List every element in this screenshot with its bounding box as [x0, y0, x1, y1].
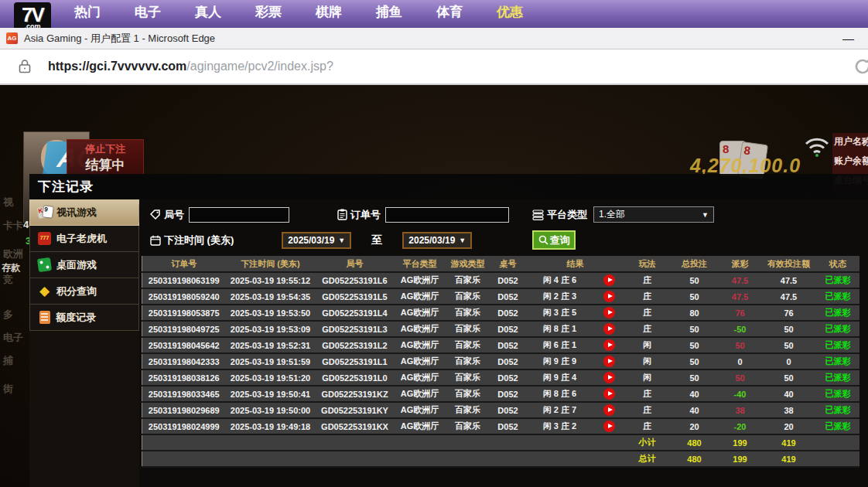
nav-item[interactable]: 棋牌 — [316, 3, 342, 21]
modal-title: 下注记录 — [29, 174, 868, 199]
minimize-button[interactable]: — — [842, 32, 854, 45]
column-header: 派彩 — [719, 256, 761, 272]
sidebar-item-document[interactable]: 额度记录 — [29, 305, 139, 331]
ag-favicon: AG — [6, 32, 18, 44]
cell-game: GD052253191L1 — [316, 353, 395, 370]
cell-valid-bet: 50 — [761, 321, 817, 337]
records-table-wrap: 订单号下注时间 (美东)局号平台类型游戏类型桌号结果玩法总投注派彩有效投注额状态… — [142, 256, 859, 468]
play-video-button[interactable] — [603, 339, 615, 351]
cell-order: 250319198024999 — [142, 418, 226, 434]
cell-play-btn — [594, 353, 625, 370]
table-row: 2503191980296892025-03-19 19:50:00GD0522… — [142, 402, 859, 418]
subtotal-label: 小计 — [625, 434, 670, 451]
nav-item[interactable]: 彩票 — [255, 3, 282, 21]
cell-play-method: 庄 — [625, 321, 670, 337]
subtotal-total-bet: 480 — [670, 434, 719, 451]
nav-item[interactable]: 优惠 — [497, 3, 523, 21]
play-video-button[interactable] — [603, 404, 615, 416]
cell-table-no: D052 — [490, 337, 526, 353]
play-video-button[interactable] — [603, 323, 615, 335]
cell-result: 闲 2 庄 7 — [526, 402, 594, 418]
filter-row-2: 下注时间 (美东) 2025/03/19 ▼ 至 2025/03/19 ▼ — [150, 230, 576, 250]
nav-item[interactable]: 电子 — [135, 3, 161, 21]
sidebar-item-diamond[interactable]: ◆积分查询 — [29, 278, 139, 305]
play-video-button[interactable] — [603, 421, 615, 432]
bet-records-modal: 下注记录 视讯游戏电子老虎机桌面游戏◆积分查询额度记录 局号 订单号 — [29, 174, 868, 487]
cell-game-type: 百家乐 — [446, 418, 490, 434]
cell-game: GD052253191KZ — [316, 386, 395, 402]
cell-time: 2025-03-19 19:53:50 — [226, 305, 316, 321]
cell-result: 闲 2 庄 3 — [526, 288, 594, 305]
play-video-button[interactable] — [603, 388, 615, 400]
game-no-input[interactable] — [189, 207, 289, 223]
play-video-button[interactable] — [603, 372, 615, 383]
bg-menu-item: 卡卡 — [3, 219, 23, 233]
sidebar-item-dice[interactable]: 桌面游戏 — [29, 252, 139, 278]
cell-total-bet: 40 — [670, 386, 719, 402]
cell-blank — [142, 451, 625, 467]
column-header: 局号 — [316, 256, 395, 272]
play-video-button[interactable] — [603, 307, 615, 318]
nav-item[interactable]: 捕鱼 — [376, 3, 402, 21]
nav-item[interactable]: 热门 — [74, 3, 101, 21]
date-from-picker[interactable]: 2025/03/19 ▼ — [282, 232, 351, 249]
window-title: Asia Gaming - 用户配置 1 - Microsoft Edge — [24, 32, 215, 46]
nav-item[interactable]: 体育 — [436, 3, 463, 21]
order-no-input[interactable] — [385, 207, 509, 223]
bg-menu-item: 多 — [3, 308, 13, 322]
cell-payout: -20 — [719, 418, 761, 434]
sidebar-item-slot[interactable]: 电子老虎机 — [29, 226, 139, 252]
cell-status: 已派彩 — [817, 305, 859, 321]
cell-time: 2025-03-19 19:51:59 — [226, 353, 316, 370]
cell-valid-bet: 50 — [761, 370, 817, 386]
cell-table-no: D052 — [490, 418, 526, 434]
refresh-icon[interactable] — [853, 56, 868, 77]
order-no-label: 订单号 — [350, 208, 381, 222]
play-video-button[interactable] — [603, 274, 615, 286]
bg-menu-item: 欧洲 — [3, 247, 23, 261]
lock-icon — [19, 60, 31, 73]
nav-item[interactable]: 真人 — [195, 3, 221, 21]
cell-table-no: D052 — [490, 386, 526, 402]
cell-time: 2025-03-19 19:49:18 — [226, 418, 316, 434]
session-info-label: 用户名称: — [834, 135, 868, 148]
platform-label-wrap: 平台类型 — [532, 208, 587, 222]
table-row: 2503191980538752025-03-19 19:53:50GD0522… — [142, 305, 859, 321]
cell-play-btn — [594, 272, 625, 288]
platform-select[interactable]: 1.全部 ▼ — [593, 206, 714, 223]
modal-sidebar: 视讯游戏电子老虎机桌面游戏◆积分查询额度记录 — [29, 199, 139, 487]
date-to-picker[interactable]: 2025/03/19 ▼ — [402, 232, 472, 249]
url-text[interactable]: https://gci.7vvvvvv.com/agingame/pcv2/in… — [48, 60, 333, 73]
search-button[interactable]: 查询 — [532, 230, 576, 250]
dice-icon — [37, 257, 52, 272]
column-header: 总投注 — [670, 256, 719, 272]
sidebar-item-cards[interactable]: 视讯游戏 — [29, 199, 139, 226]
url-path: /agingame/pcv2/index.jsp? — [186, 60, 333, 73]
play-video-button[interactable] — [603, 356, 615, 367]
cell-table-no: D052 — [490, 305, 526, 321]
table-row: 2503191980456422025-03-19 19:52:31GD0522… — [142, 337, 859, 353]
cell-total-bet: 50 — [670, 353, 719, 370]
table-row: 2503191980631992025-03-19 19:55:12GD0522… — [142, 272, 859, 288]
cell-game-type: 百家乐 — [446, 321, 490, 337]
table-header: 订单号下注时间 (美东)局号平台类型游戏类型桌号结果玩法总投注派彩有效投注额状态 — [142, 256, 859, 272]
cell-status: 已派彩 — [817, 353, 859, 370]
cell-platform: AG欧洲厅 — [395, 353, 446, 370]
cell-order: 250319198063199 — [142, 272, 226, 288]
cell-play-method: 闲 — [625, 370, 670, 386]
cell-valid-bet: 38 — [761, 402, 817, 418]
cell-platform: AG欧洲厅 — [395, 418, 446, 434]
cell-time: 2025-03-19 19:55:12 — [226, 272, 316, 288]
filters: 局号 订单号 平台类型 1.全部 — [139, 199, 868, 256]
cell-order: 250319198059240 — [142, 288, 226, 305]
stop-betting-text: 停止下注 — [67, 142, 143, 156]
cell-order: 250319198042333 — [142, 353, 226, 370]
cell-status: 已派彩 — [817, 418, 859, 434]
filter-row-1: 局号 订单号 平台类型 1.全部 — [150, 206, 714, 223]
cell-platform: AG欧洲厅 — [395, 386, 446, 402]
cell-valid-bet: 50 — [761, 337, 817, 353]
cell-game: GD052253191KX — [316, 418, 395, 434]
column-header: 桌号 — [490, 256, 526, 272]
play-video-button[interactable] — [603, 291, 615, 302]
cell-result: 闲 8 庄 6 — [526, 386, 594, 402]
